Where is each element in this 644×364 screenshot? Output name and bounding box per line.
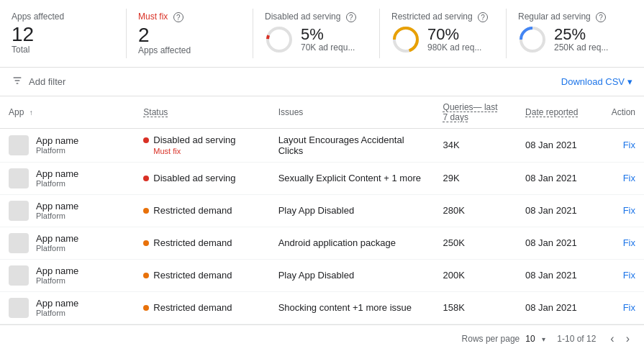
fix-button[interactable]: Fix [623,140,635,150]
issue-cell: Shocking content +1 more issue [270,291,435,324]
summary-regular-ad: Regular ad serving ? 25% 250K ad req... [507,9,632,58]
app-icon [9,201,29,221]
download-csv-button[interactable]: Download CSV ▾ [561,76,632,87]
status-dot [143,137,149,143]
status-cell: Restricted demand [135,291,269,324]
status-cell: Disabled ad serving [135,162,269,194]
summary-disabled-ad: Disabled ad serving ? 5% 70K ad requ... [253,9,380,58]
chevron-down-icon: ▾ [627,76,632,87]
status-dot [143,305,149,311]
must-fix-help-icon[interactable]: ? [173,12,183,22]
date-cell: 08 Jan 2021 [517,259,599,291]
regular-ad-help-icon[interactable]: ? [596,12,606,22]
action-cell: Fix [599,194,644,227]
restricted-ad-percent: 70% [427,27,481,42]
summary-must-fix: Must fix ? 2 Apps affected [127,9,253,58]
status-text: Disabled ad serving [153,135,235,145]
status-cell: Disabled ad serving Must fix [135,128,269,162]
app-platform: Platform [36,309,78,317]
queries-cell: 250K [435,227,517,259]
apps-affected-value: 12 [12,24,34,45]
table-row: App name Platform Restricted demand Shoc… [0,291,644,324]
action-cell: Fix [599,227,644,259]
table-header-row: App ↑ Status Issues Queries— last7 days … [0,96,644,129]
action-cell: Fix [599,162,644,194]
app-cell: App name Platform [0,162,135,194]
queries-cell: 200K [435,259,517,291]
status-header-label: Status [143,107,168,117]
summary-bar: Apps affected 12 Total Must fix ? 2 Apps… [0,0,644,68]
date-cell: 08 Jan 2021 [517,194,599,227]
restricted-ad-donut [391,25,420,54]
summary-apps-affected: Apps affected 12 Total [12,9,127,58]
date-header-label: Date reported [525,107,578,117]
page-navigation: ‹ › [607,331,632,347]
app-platform: Platform [36,179,78,188]
table-row: App name Platform Restricted demand Play… [0,259,644,291]
sort-icon: ↑ [30,109,33,117]
restricted-ad-label: Restricted ad serving ? [391,12,494,22]
col-queries: Queries— last7 days [435,96,517,129]
issue-cell: Play App Disabled [270,194,435,227]
table-row: App name Platform Restricted demand Andr… [0,227,644,259]
app-icon [9,265,29,286]
col-status: Status [135,96,269,129]
status-text: Restricted demand [153,237,232,248]
status-dot [143,273,149,278]
app-name: App name [36,265,78,276]
pagination: Rows per page 10 25 50 1-10 of 12 ‹ › [0,324,644,352]
status-dot [143,240,149,246]
restricted-ad-help-icon[interactable]: ? [478,12,488,22]
queries-cell: 29K [435,162,517,194]
app-icon [9,233,29,253]
fix-button[interactable]: Fix [623,270,635,281]
status-cell: Restricted demand [135,194,269,227]
summary-restricted-ad: Restricted ad serving ? 70% 980K ad req.… [380,9,507,58]
status-text: Restricted demand [153,205,232,216]
regular-ad-percent: 25% [554,27,608,42]
app-cell: App name Platform [0,291,135,324]
date-cell: 08 Jan 2021 [517,291,599,324]
toolbar: Add filter Download CSV ▾ [0,68,644,96]
app-platform: Platform [36,146,78,155]
filter-icon [12,75,23,88]
col-app[interactable]: App ↑ [0,96,135,129]
app-cell: App name Platform [0,259,135,291]
status-dot [143,208,149,214]
app-icon [9,168,29,188]
regular-ad-sub: 250K ad req... [554,42,608,53]
disabled-ad-donut [265,25,294,54]
rows-per-page-label: Rows per page [462,334,520,344]
prev-page-button[interactable]: ‹ [607,331,617,347]
regular-ad-label: Regular ad serving ? [518,12,621,22]
issue-cell: Play App Disabled [270,259,435,291]
col-issues: Issues [270,96,435,129]
disabled-ad-help-icon[interactable]: ? [346,12,356,22]
fix-button[interactable]: Fix [623,237,635,248]
fix-button[interactable]: Fix [623,173,635,183]
app-platform: Platform [36,244,78,252]
app-name: App name [36,298,78,309]
app-name: App name [36,168,78,179]
add-filter-button[interactable]: Add filter [29,76,65,87]
fix-button[interactable]: Fix [623,302,635,313]
queries-cell: 280K [435,194,517,227]
disabled-ad-sub: 70K ad requ... [301,42,355,53]
app-icon [9,298,29,318]
app-name: App name [36,135,78,146]
status-text: Restricted demand [153,302,232,313]
filter-row: Add filter [12,75,65,88]
action-cell: Fix [599,291,644,324]
data-table-container: App ↑ Status Issues Queries— last7 days … [0,96,644,324]
issue-cell: Sexually Explicit Content + 1 more [270,162,435,194]
status-dot [143,176,149,181]
rows-per-page-select[interactable]: 10 25 50 [525,334,545,344]
must-fix-label-text: Must fix ? [138,12,241,22]
date-cell: 08 Jan 2021 [517,128,599,162]
fix-button[interactable]: Fix [623,205,635,216]
rows-per-page-select-wrapper[interactable]: 10 25 50 [525,334,545,344]
table-row: App name Platform Disabled ad serving Mu… [0,128,644,162]
disabled-ad-percent: 5% [301,27,355,42]
date-cell: 08 Jan 2021 [517,227,599,259]
next-page-button[interactable]: › [623,331,632,347]
